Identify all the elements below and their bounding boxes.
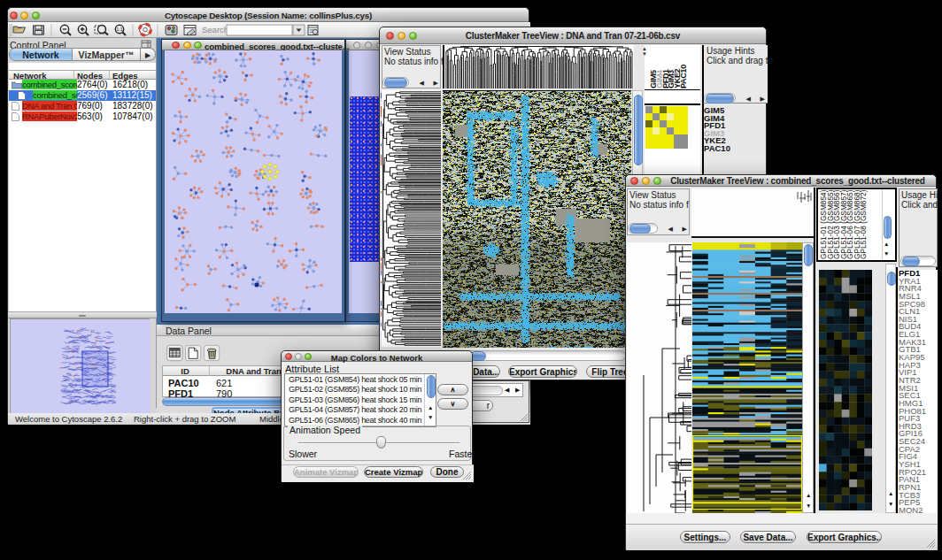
svg-text:PAC10: PAC10 — [679, 65, 688, 88]
svg-text:1:1: 1:1 — [116, 27, 123, 32]
svg-text:GPL51-08 (GSM872): GPL51-08 (GSM872) — [859, 189, 868, 259]
